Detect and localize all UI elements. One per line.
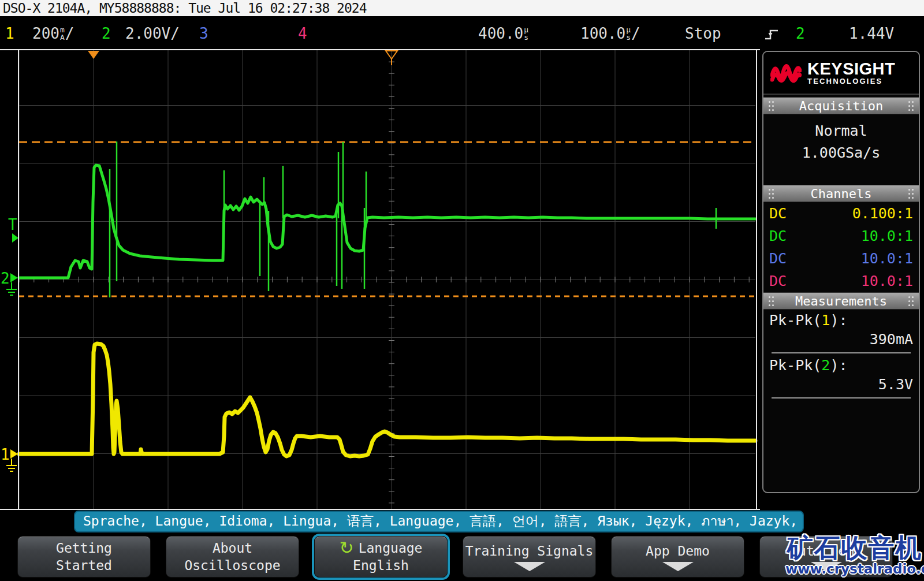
keysight-wave-icon	[770, 60, 802, 85]
keysight-logo: KEYSIGHT TECHNOLOGIES	[763, 52, 919, 95]
softkey-auto-demo[interactable]: Auto Demo	[759, 536, 893, 578]
trigger-source[interactable]: 2	[796, 25, 805, 42]
probe-ratio: 0.100:1	[852, 205, 913, 222]
waveform-display[interactable]: T21	[0, 0, 760, 581]
svg-text:2: 2	[1, 270, 10, 287]
logo-sub: TECHNOLOGIES	[807, 77, 895, 85]
logo-brand: KEYSIGHT	[807, 61, 895, 77]
channel-row-2[interactable]: DC 10.0:1	[763, 225, 919, 247]
measurements-title: Measurements	[795, 294, 887, 308]
language-popup-text: Sprache, Langue, Idioma, Lingua, 语言, Lan…	[83, 513, 804, 528]
softkey-language[interactable]: ↻Language English	[314, 536, 448, 578]
channel-row-3[interactable]: DC 10.0:1	[763, 247, 919, 270]
measurements-header[interactable]: Measurements	[763, 292, 919, 310]
trigger-slope-icon	[763, 26, 780, 42]
coupling-label: DC	[769, 273, 787, 289]
coupling-label: DC	[769, 250, 787, 267]
acquisition-body: Normal 1.00GSa/s	[763, 114, 919, 185]
acquisition-header[interactable]: Acquisition	[763, 97, 919, 114]
down-arrow-icon	[811, 562, 842, 571]
sample-rate: 1.00GSa/s	[763, 142, 919, 164]
language-popup: Sprache, Langue, Idioma, Lingua, 语言, Lan…	[74, 511, 804, 532]
coupling-label: DC	[769, 205, 787, 222]
softkey-about-oscilloscope[interactable]: About Oscilloscope	[166, 536, 299, 578]
grip-icon	[768, 296, 774, 307]
channels-header[interactable]: Channels	[763, 185, 919, 202]
channels-title: Channels	[811, 187, 872, 201]
grip-icon	[908, 296, 914, 307]
acquisition-mode: Normal	[763, 120, 919, 142]
grip-icon	[908, 100, 914, 111]
grip-icon	[908, 188, 914, 199]
probe-ratio: 10.0:1	[861, 273, 913, 289]
refresh-icon: ↻	[340, 540, 354, 556]
softkey-getting-started[interactable]: Getting Started	[17, 536, 151, 578]
probe-ratio: 10.0:1	[861, 228, 913, 244]
svg-text:T: T	[8, 216, 17, 233]
measurement-value: 390mA	[769, 329, 913, 350]
measurement-pkpk-1[interactable]: Pk-Pk(1): 390mA	[763, 310, 919, 353]
grip-icon	[768, 188, 774, 199]
probe-ratio: 10.0:1	[861, 250, 913, 267]
oscilloscope-screen: DSO-X 2104A, MY58888888: Tue Jul 16 02:2…	[0, 0, 924, 581]
trigger-level[interactable]: 1.44V	[849, 25, 894, 42]
info-sidebar: KEYSIGHT TECHNOLOGIES Acquisition Normal…	[762, 51, 920, 493]
channel-row-1[interactable]: DC 0.100:1	[763, 202, 919, 225]
svg-text:1: 1	[1, 446, 10, 463]
grip-icon	[768, 100, 774, 111]
softkey-app-demo[interactable]: App Demo	[611, 536, 744, 578]
measurement-value: 5.3V	[769, 374, 913, 395]
separator	[772, 352, 911, 353]
softkey-training-signals[interactable]: Training Signals	[463, 536, 596, 578]
coupling-label: DC	[769, 228, 787, 244]
separator	[772, 397, 911, 398]
channel-row-4[interactable]: DC 10.0:1	[763, 270, 919, 292]
measurement-pkpk-2[interactable]: Pk-Pk(2): 5.3V	[763, 355, 919, 398]
acquisition-title: Acquisition	[799, 99, 884, 113]
down-arrow-icon	[514, 562, 545, 571]
down-arrow-icon	[662, 562, 694, 571]
